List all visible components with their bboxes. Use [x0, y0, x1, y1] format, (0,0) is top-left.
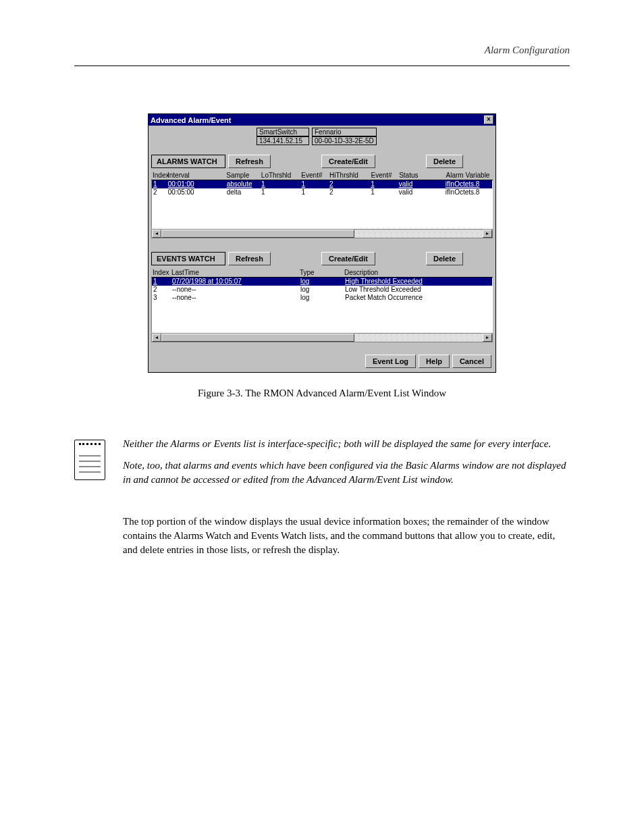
scroll-left-icon[interactable]: ◂ — [152, 230, 161, 238]
col-index: Index — [151, 172, 167, 179]
device-ip: 134.141.52.15 — [257, 136, 309, 145]
col-event2: Event# — [371, 172, 400, 179]
events-list[interactable]: 1 07/20/1998 at 10:05:07 log High Thresh… — [151, 278, 493, 333]
cell-status: valid — [399, 188, 446, 197]
table-row[interactable]: 1 07/20/1998 at 10:05:07 log High Thresh… — [152, 278, 492, 286]
cell-event1: 1 — [301, 188, 329, 197]
alarms-section-bar: ALARMS WATCH Refresh Create/Edit Delete — [149, 155, 495, 168]
note-paragraph: Note, too, that alarms and events which … — [123, 459, 570, 486]
cancel-button[interactable]: Cancel — [452, 355, 491, 368]
col-alarm-variable: Alarm Variable — [446, 172, 493, 179]
cell-event2: 1 — [371, 188, 399, 197]
note-paragraph: Neither the Alarms or Events list is int… — [123, 437, 570, 450]
table-row[interactable]: 3 --none-- log Packet Match Occurrence — [152, 294, 492, 302]
cell-description: Packet Match Occurrence — [345, 294, 480, 302]
col-event1: Event# — [301, 172, 329, 179]
events-delete-button[interactable]: Delete — [426, 252, 463, 265]
cell-hithrshld: 2 — [329, 188, 371, 197]
device-info: SmartSwitch 134.141.52.15 Fennario 00-00… — [149, 126, 495, 148]
col-hithrshld: HiThrshld — [329, 172, 371, 179]
cell-index: 1 — [152, 180, 168, 188]
scroll-thumb[interactable] — [161, 334, 354, 342]
cell-type: log — [300, 278, 345, 286]
cell-lasttime: --none-- — [172, 294, 300, 302]
note-block: Neither the Alarms or Events list is int… — [74, 437, 570, 494]
alarms-list[interactable]: 1 00:01:00 absolute 1 1 2 1 valid ifInOc… — [151, 180, 493, 229]
alarms-h-scrollbar[interactable]: ◂ ▸ — [151, 229, 493, 238]
alarms-create-edit-button[interactable]: Create/Edit — [321, 155, 375, 168]
col-sample: Sample — [226, 172, 261, 179]
scroll-right-icon[interactable]: ▸ — [483, 334, 492, 342]
scroll-right-icon[interactable]: ▸ — [483, 230, 492, 238]
cell-lothrshld: 1 — [261, 188, 301, 197]
table-row[interactable]: 2 --none-- log Low Threshold Exceeded — [152, 286, 492, 294]
table-row[interactable]: 2 00:05:00 delta 1 1 2 1 valid ifInOctet… — [152, 188, 492, 197]
cell-type: log — [300, 286, 345, 294]
title-bar: Advanced Alarm/Event × — [149, 114, 495, 126]
scroll-thumb[interactable] — [161, 230, 354, 238]
cell-hithrshld: 2 — [329, 180, 371, 188]
cell-sample: absolute — [227, 180, 261, 188]
cell-variable: ifInOctets.8 — [446, 180, 492, 188]
cell-interval: 00:05:00 — [168, 188, 227, 197]
events-create-edit-button[interactable]: Create/Edit — [321, 252, 375, 265]
alarms-watch-label: ALARMS WATCH — [151, 155, 225, 168]
col-status: Status — [399, 172, 446, 179]
cell-event2: 1 — [371, 180, 399, 188]
scroll-left-icon[interactable]: ◂ — [152, 334, 161, 342]
cell-description: High Threshold Exceeded — [345, 278, 480, 286]
figure-caption: Figure 3-3. The RMON Advanced Alarm/Even… — [74, 388, 570, 399]
page-header: Alarm Configuration — [74, 41, 570, 66]
table-row[interactable]: 1 00:01:00 absolute 1 1 2 1 valid ifInOc… — [152, 180, 492, 188]
cell-index: 2 — [152, 286, 172, 294]
events-refresh-button[interactable]: Refresh — [228, 252, 271, 265]
alarms-delete-button[interactable]: Delete — [426, 155, 463, 168]
events-section-bar: EVENTS WATCH Refresh Create/Edit Delete — [149, 252, 495, 265]
events-watch-label: EVENTS WATCH — [151, 252, 225, 265]
col-type: Type — [300, 269, 344, 276]
location-name: Fennario — [312, 128, 377, 136]
alarm-event-window: Advanced Alarm/Event × SmartSwitch 134.1… — [148, 113, 496, 373]
device-mac: 00-00-1D-33-2E-5D — [312, 136, 377, 145]
cell-lasttime: --none-- — [172, 286, 300, 294]
cell-variable: ifInOctets.8 — [446, 188, 492, 197]
close-icon[interactable]: × — [484, 115, 493, 124]
col-description: Description — [344, 269, 479, 276]
cell-interval: 00:01:00 — [168, 180, 227, 188]
event-log-button[interactable]: Event Log — [365, 355, 416, 368]
cell-event1: 1 — [301, 180, 329, 188]
body-paragraph: The top portion of the window displays t… — [74, 515, 570, 557]
alarms-column-headers: Index Interval Sample LoThrshld Event# H… — [151, 171, 493, 180]
col-lothrshld: LoThrshld — [261, 172, 302, 179]
note-icon — [74, 440, 105, 480]
cell-type: log — [300, 294, 345, 302]
col-index: Index — [151, 269, 171, 276]
cell-sample: delta — [227, 188, 261, 197]
col-interval: Interval — [167, 172, 226, 179]
cell-lothrshld: 1 — [261, 180, 301, 188]
cell-index: 1 — [152, 278, 172, 286]
col-lasttime: LastTime — [171, 269, 300, 276]
cell-description: Low Threshold Exceeded — [345, 286, 480, 294]
cell-status: valid — [399, 180, 446, 188]
cell-index: 2 — [152, 188, 168, 197]
cell-index: 3 — [152, 294, 172, 302]
window-title: Advanced Alarm/Event — [151, 116, 231, 124]
cell-lasttime: 07/20/1998 at 10:05:07 — [172, 278, 300, 286]
help-button[interactable]: Help — [419, 355, 450, 368]
bottom-buttons: Event Log Help Cancel — [149, 342, 495, 372]
alarms-refresh-button[interactable]: Refresh — [228, 155, 271, 168]
device-name: SmartSwitch — [257, 128, 309, 136]
events-column-headers: Index LastTime Type Description — [151, 268, 493, 278]
events-h-scrollbar[interactable]: ◂ ▸ — [151, 333, 493, 342]
header-right: Alarm Configuration — [485, 45, 570, 56]
